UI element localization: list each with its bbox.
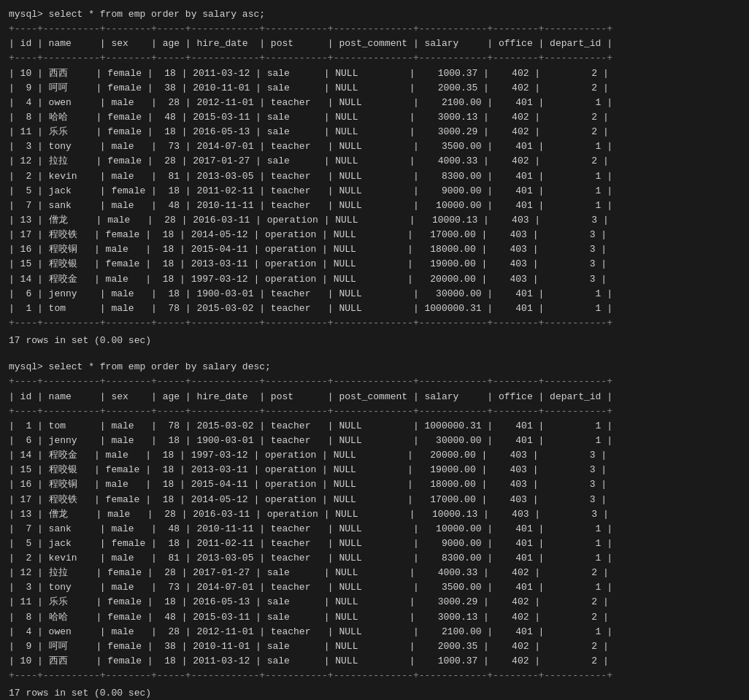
table-row: | 9 | 呵呵 | female | 38 | 2010-11-01 | sa… xyxy=(9,81,740,96)
table-row: | 11 | 乐乐 | female | 18 | 2016-05-13 | s… xyxy=(9,125,740,139)
table-row: | 1 | tom | male | 78 | 2015-03-02 | tea… xyxy=(9,301,740,316)
rows-msg1: 17 rows in set (0.00 sec) xyxy=(9,334,740,348)
table-row: | 17 | 程咬铁 | female | 18 | 2014-05-12 | … xyxy=(9,493,740,507)
separator1-bot: +----+----------+--------+-----+--------… xyxy=(9,316,740,331)
table-row: | 10 | 西西 | female | 18 | 2011-03-12 | s… xyxy=(9,66,740,81)
table-row: | 11 | 乐乐 | female | 18 | 2016-05-13 | s… xyxy=(9,595,740,609)
table-row: | 10 | 西西 | female | 18 | 2011-03-12 | s… xyxy=(9,654,740,669)
table-row: | 7 | sank | male | 48 | 2010-11-11 | te… xyxy=(9,522,740,536)
separator2-mid: +----+----------+--------+-----+--------… xyxy=(9,404,740,419)
table-row: | 6 | jenny | male | 18 | 1900-03-01 | t… xyxy=(9,434,740,448)
table-row: | 4 | owen | male | 28 | 2012-11-01 | te… xyxy=(9,96,740,110)
table-row: | 14 | 程咬金 | male | 18 | 1997-03-12 | op… xyxy=(9,448,740,463)
table-row: | 8 | 哈哈 | female | 48 | 2015-03-11 | sa… xyxy=(9,110,740,125)
table-row: | 9 | 呵呵 | female | 38 | 2010-11-01 | sa… xyxy=(9,639,740,654)
table-row: | 16 | 程咬铜 | male | 18 | 2015-04-11 | op… xyxy=(9,477,740,492)
table-row: | 17 | 程咬铁 | female | 18 | 2014-05-12 | … xyxy=(9,228,740,242)
table-row: | 8 | 哈哈 | female | 48 | 2015-03-11 | sa… xyxy=(9,610,740,625)
query2-prompt: mysql> select * from emp order by salary… xyxy=(9,360,740,374)
separator2-bot: +----+----------+--------+-----+--------… xyxy=(9,669,740,683)
table-row: | 15 | 程咬银 | female | 18 | 2013-03-11 | … xyxy=(9,463,740,477)
separator1-top: +----+----------+--------+-----+--------… xyxy=(9,22,740,36)
separator2-top: +----+----------+--------+-----+--------… xyxy=(9,374,740,389)
table-row: | 16 | 程咬铜 | male | 18 | 2015-04-11 | op… xyxy=(9,242,740,257)
table-row: | 3 | tony | male | 73 | 2014-07-01 | te… xyxy=(9,580,740,595)
header1: | id | name | sex | age | hire_date | po… xyxy=(9,36,740,51)
table-row: | 14 | 程咬金 | male | 18 | 1997-03-12 | op… xyxy=(9,272,740,287)
table-row: | 3 | tony | male | 73 | 2014-07-01 | te… xyxy=(9,139,740,154)
table-row: | 5 | jack | female | 18 | 2011-02-11 | … xyxy=(9,536,740,551)
table-row: | 5 | jack | female | 18 | 2011-02-11 | … xyxy=(9,184,740,199)
table1-body: | 10 | 西西 | female | 18 | 2011-03-12 | s… xyxy=(9,66,740,316)
table-row: | 4 | owen | male | 28 | 2012-11-01 | te… xyxy=(9,625,740,639)
table-row: | 12 | 拉拉 | female | 28 | 2017-01-27 | s… xyxy=(9,566,740,580)
header2: | id | name | sex | age | hire_date | po… xyxy=(9,390,740,404)
rows-msg2: 17 rows in set (0.00 sec) xyxy=(9,686,740,700)
table-row: | 1 | tom | male | 78 | 2015-03-02 | tea… xyxy=(9,419,740,434)
query1-prompt: mysql> select * from emp order by salary… xyxy=(9,7,740,22)
table-row: | 6 | jenny | male | 18 | 1900-03-01 | t… xyxy=(9,287,740,301)
separator1-mid: +----+----------+--------+-----+--------… xyxy=(9,51,740,66)
table2-body: | 1 | tom | male | 78 | 2015-03-02 | tea… xyxy=(9,419,740,669)
table-row: | 15 | 程咬银 | female | 18 | 2013-03-11 | … xyxy=(9,257,740,272)
table-row: | 2 | kevin | male | 81 | 2013-03-05 | t… xyxy=(9,551,740,566)
table-row: | 12 | 拉拉 | female | 28 | 2017-01-27 | s… xyxy=(9,154,740,169)
table-row: | 7 | sank | male | 48 | 2010-11-11 | te… xyxy=(9,199,740,213)
table-row: | 13 | 僧龙 | male | 28 | 2016-03-11 | ope… xyxy=(9,213,740,228)
table-row: | 2 | kevin | male | 81 | 2013-03-05 | t… xyxy=(9,169,740,184)
terminal: mysql> select * from emp order by salary… xyxy=(9,7,740,700)
table-row: | 13 | 僧龙 | male | 28 | 2016-03-11 | ope… xyxy=(9,507,740,522)
